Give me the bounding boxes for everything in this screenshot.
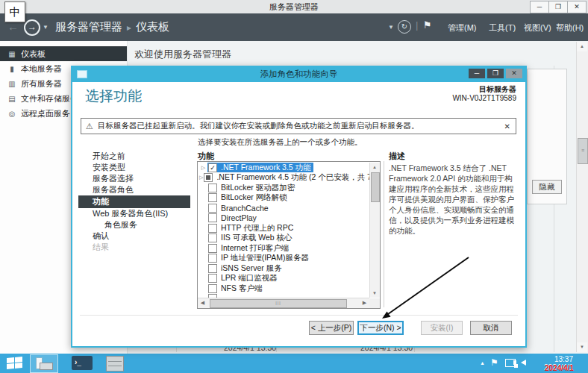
wizard-nav-features[interactable]: 功能 <box>78 195 190 208</box>
window-titlebar[interactable]: 服务器管理器 ─ ❐ ✕ <box>0 0 588 14</box>
speaker-icon[interactable] <box>521 360 526 366</box>
menu-view[interactable]: 视图(V) <box>524 22 551 34</box>
screen: 服务器管理器 ─ ❐ ✕ 中 ← → ▼ 服务器管理器▸仪表板 ▼ ↻ | ⚑ … <box>0 0 588 373</box>
checkbox-unchecked[interactable] <box>208 274 217 283</box>
feature-row[interactable]: IP 地址管理(IPAM)服务器 <box>198 254 369 264</box>
file-explorer-taskbar-button[interactable] <box>106 356 124 372</box>
scroll-down-icon[interactable]: ▼ <box>370 289 379 298</box>
scroll-right-icon[interactable]: ▶ <box>360 298 369 307</box>
taskbar-time: 13:37 <box>534 355 573 363</box>
feature-row[interactable]: BitLocker 驱动器加密 <box>198 183 369 193</box>
hide-button[interactable]: 隐藏 <box>532 180 562 194</box>
breadcrumb-page[interactable]: 仪表板 <box>136 20 169 33</box>
breadcrumb: 服务器管理器▸仪表板 <box>55 20 169 34</box>
checkbox-unchecked[interactable] <box>208 254 217 263</box>
feature-row[interactable]: DirectPlay <box>198 213 369 224</box>
window-close-button[interactable]: ✕ <box>567 1 587 13</box>
feature-label: Internet 打印客户端 <box>221 243 289 254</box>
expander-icon[interactable]: ▷ <box>199 165 207 171</box>
forward-caret-icon[interactable]: ▼ <box>43 24 49 31</box>
wizard-nav-server-roles[interactable]: 服务器角色 <box>78 184 190 195</box>
start-button[interactable] <box>7 357 22 369</box>
warning-close-icon[interactable]: ✕ <box>504 122 510 131</box>
add-roles-features-wizard: 添加角色和功能向导 ─ ❐ ✕ 选择功能 目标服务器 WIN-V0J2T1T95… <box>71 66 527 348</box>
checkbox-unchecked[interactable] <box>208 284 217 293</box>
wizard-nav-installation-type[interactable]: 安装类型 <box>78 162 190 173</box>
list-vertical-scrollbar[interactable]: ▲ ▼ <box>369 163 380 298</box>
wizard-minimize-button[interactable]: ─ <box>469 69 485 78</box>
feature-row[interactable]: BranchCache <box>198 203 369 213</box>
window-minimize-button[interactable]: ─ <box>530 1 549 13</box>
forward-button[interactable]: → <box>24 19 40 36</box>
feature-row[interactable]: ▷✓.NET Framework 3.5 功能 <box>198 163 369 173</box>
feature-row-content: HTTP 代理上的 RPC <box>207 223 295 233</box>
menu-manage[interactable]: 管理(M) <box>448 22 477 34</box>
checkbox-unchecked[interactable] <box>208 193 217 202</box>
scrollbar-thumb[interactable]: ≡ <box>578 138 588 164</box>
refresh-button[interactable]: ↻ <box>398 20 411 34</box>
feature-row[interactable]: iSNS Server 服务 <box>198 263 369 274</box>
scroll-left-icon[interactable]: ◀ <box>198 298 207 307</box>
scroll-up-icon[interactable]: ▲ <box>370 163 379 172</box>
notifications-caret-icon[interactable]: ▼ <box>388 24 394 31</box>
checkbox-unchecked[interactable] <box>208 213 217 222</box>
feature-row[interactable]: NFS 客户端 <box>198 283 369 294</box>
wizard-nav-before-you-begin[interactable]: 开始之前 <box>78 151 190 162</box>
checkbox-unchecked[interactable] <box>208 184 217 192</box>
ime-indicator[interactable]: 中 <box>4 1 25 22</box>
scrollbar-thumb[interactable] <box>371 172 380 202</box>
feature-row-content: IP 地址管理(IPAM)服务器 <box>207 254 311 263</box>
wizard-nav-confirmation[interactable]: 确认 <box>78 231 190 242</box>
checkbox-unchecked[interactable] <box>208 233 217 242</box>
checkbox-unchecked[interactable] <box>208 204 217 213</box>
feature-row[interactable]: Internet 打印客户端 <box>198 243 369 254</box>
target-server-block: 目标服务器 WIN-V0J2T1T9589 <box>452 85 516 103</box>
feature-row[interactable]: ▷.NET Framework 4.5 功能 (2 个已安装，共 7 个) <box>198 173 369 184</box>
checkbox-unchecked[interactable] <box>208 264 217 273</box>
server-manager-taskbar-button[interactable] <box>30 354 58 373</box>
feature-row[interactable]: LPR 端口监视器 <box>198 274 369 284</box>
next-button[interactable]: 下一步(N) > <box>357 321 404 335</box>
feature-row-content: BitLocker 网络解锁 <box>207 193 290 203</box>
wizard-close-button[interactable]: ✕ <box>506 69 522 78</box>
install-button[interactable]: 安装(I) <box>421 321 463 335</box>
wizard-nav-server-selection[interactable]: 服务器选择 <box>78 173 190 184</box>
sidebar-item-dashboard[interactable]: ▦仪表板 <box>0 46 127 61</box>
menu-help[interactable]: 帮助(H) <box>556 22 584 34</box>
windows-logo-icon <box>15 363 22 369</box>
breadcrumb-app[interactable]: 服务器管理器 <box>55 20 122 33</box>
tray-flag-icon[interactable]: ⚑ <box>490 357 498 368</box>
main-scrollbar[interactable]: ▲ ≡ ▼ <box>576 42 588 352</box>
checkbox-unchecked[interactable] <box>208 244 217 253</box>
feature-row[interactable]: IIS 可承载 Web 核心 <box>198 233 369 244</box>
scroll-down-icon[interactable]: ▼ <box>577 342 587 352</box>
features-listbox[interactable]: ▷✓.NET Framework 3.5 功能▷.NET Framework 4… <box>197 161 381 309</box>
wizard-nav-role-services[interactable]: 角色服务 <box>78 219 190 231</box>
window-restore-button[interactable]: ❐ <box>548 1 568 13</box>
flag-icon: ⚑ <box>423 19 432 31</box>
wizard-nav-label: 确认 <box>93 231 109 240</box>
sidebar-item-label: 本地服务器 <box>21 63 62 75</box>
wizard-titlebar[interactable]: 添加角色和功能向导 ─ ❐ ✕ <box>71 66 527 82</box>
scrollbar-thumb[interactable]: ||| <box>210 299 347 308</box>
wizard-restore-button[interactable]: ❐ <box>487 69 504 78</box>
feature-label: BranchCache <box>221 204 269 213</box>
wizard-title: 添加角色和功能向导 <box>72 69 525 80</box>
checkbox-partial[interactable] <box>204 173 213 182</box>
checkbox-checked[interactable]: ✓ <box>208 163 217 172</box>
tray-expand-icon[interactable]: ▲ <box>480 360 485 366</box>
feature-row[interactable]: BitLocker 网络解锁 <box>198 193 369 204</box>
list-horizontal-scrollbar[interactable]: ◀ ||| ▶ <box>198 298 369 308</box>
powershell-taskbar-button[interactable]: ›_ <box>72 356 93 370</box>
breadcrumb-separator-icon: ▸ <box>122 22 136 33</box>
window-title: 服务器管理器 <box>0 1 588 13</box>
checkbox-unchecked[interactable] <box>208 224 217 233</box>
scroll-up-icon[interactable]: ▲ <box>577 42 587 51</box>
menu-tools[interactable]: 工具(T) <box>489 22 516 34</box>
notifications-flag-button[interactable]: ⚑ <box>423 19 432 31</box>
wizard-nav-web-server-role-iis[interactable]: Web 服务器角色(IIS) <box>78 208 190 219</box>
previous-button[interactable]: < 上一步(P) <box>309 321 354 335</box>
server-icon: ▮ <box>6 65 18 73</box>
feature-row[interactable]: HTTP 代理上的 RPC <box>198 223 369 233</box>
cancel-button[interactable]: 取消 <box>470 321 512 335</box>
